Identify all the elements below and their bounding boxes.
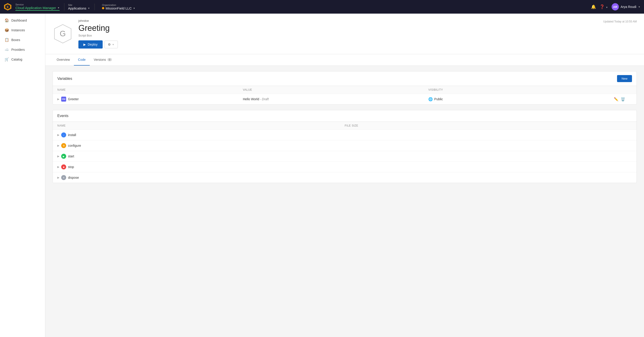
sidebar: 🏠 Dashboard 📦 Instances 📋 Boxes ☁️ Provi… [0,14,45,337]
col-visibility: Visibility [428,88,614,91]
svg-text:G: G [60,29,66,38]
event-row-dispose: ▶ ✕ dispose [53,172,636,183]
variables-table-header: Name Value Visibility [53,86,636,94]
delete-icon[interactable]: 🗑️ [621,97,625,101]
app-header: G johndoe Greeting Script Box ▶ Deploy ⚙… [45,14,644,54]
configure-expand-icon[interactable]: ▶ [57,144,59,147]
providers-icon: ☁️ [4,47,9,52]
sidebar-item-dashboard[interactable]: 🏠 Dashboard [0,16,45,25]
variables-section: Variables New Name Value Visibility ▶ HW… [52,71,637,105]
sidebar-item-providers[interactable]: ☁️ Providers [0,45,45,55]
dashboard-icon: 🏠 [4,18,9,23]
table-row: ▶ HW Greeter Hello World · Draft 🌐 Publi… [53,94,636,104]
catalog-icon: 🛒 [4,57,9,62]
logo-icon: E [4,3,12,11]
install-expand-icon[interactable]: ▶ [57,133,59,137]
stop-expand-icon[interactable]: ▶ [57,165,59,169]
event-row-install: ▶ ↓ install [53,130,636,140]
sidebar-item-catalog[interactable]: 🛒 Catalog [0,55,45,64]
sidebar-item-instances[interactable]: 📦 Instances [0,25,45,35]
top-navigation: E Service Cloud Application Manager ▼ Si… [0,0,644,14]
deploy-play-icon: ▶ [84,43,86,46]
service-chevron-icon: ▼ [57,7,60,9]
app-updated-text: Updated Today at 10:55 AM [603,19,637,23]
main-content: G johndoe Greeting Script Box ▶ Deploy ⚙… [45,14,644,337]
expand-arrow-icon[interactable]: ▶ [57,98,59,101]
app-hex-icon: G [52,24,73,44]
avatar: AR [612,3,619,11]
globe-icon: 🌐 [428,97,433,101]
col-name: Name [57,88,243,91]
sidebar-label-dashboard: Dashboard [11,19,27,22]
nav-right-section: 🔔 ❓ ▼ AR Arya Roudi ▼ [591,3,640,11]
site-chevron-icon: ▼ [88,7,90,10]
user-name: Arya Roudi [621,5,636,9]
org-title[interactable]: MissionField LLC ▼ [102,6,135,10]
help-chevron-icon: ▼ [606,6,608,9]
app-info: johndoe Greeting Script Box ▶ Deploy ⚙ ▼ [78,19,598,49]
site-label: Site [68,4,90,6]
org-chevron-icon: ▼ [133,7,135,10]
events-header: Events [53,110,636,122]
sidebar-label-boxes: Boxes [11,38,20,42]
tabs-bar: Overview Code Versions 0 [45,54,644,66]
app-layout: 🏠 Dashboard 📦 Instances 📋 Boxes ☁️ Provi… [0,14,644,337]
row-actions: ✏️ 🗑️ [614,97,632,101]
stop-icon: ■ [61,164,66,169]
event-name-dispose: ▶ ✕ dispose [57,175,345,180]
variables-header: Variables New [53,72,636,86]
org-nav-section: Organization MissionField LLC ▼ [98,4,135,10]
app-owner: johndoe [78,19,598,23]
events-table-header: Name File Size [53,122,636,130]
instances-icon: 📦 [4,28,9,32]
gear-icon: ⚙ [108,43,111,46]
configure-icon: ⚙ [61,143,66,148]
logo[interactable]: E [4,3,12,11]
event-row-stop: ▶ ■ stop [53,162,636,172]
user-menu[interactable]: AR Arya Roudi ▼ [612,3,640,11]
new-variable-button[interactable]: New [617,75,632,82]
start-icon: ▶ [61,154,66,159]
variables-title: Variables [57,77,72,81]
event-name-start: ▶ ▶ start [57,154,345,159]
event-name-stop: ▶ ■ stop [57,164,345,169]
sidebar-label-instances: Instances [11,28,25,32]
org-label: Organization [102,4,135,6]
content-body: Variables New Name Value Visibility ▶ HW… [45,66,644,188]
visibility-label: Public [434,97,443,101]
events-title: Events [57,114,68,118]
tab-versions[interactable]: Versions 0 [90,54,116,66]
app-actions: ▶ Deploy ⚙ ▼ [78,40,598,49]
sidebar-item-boxes[interactable]: 📋 Boxes [0,35,45,45]
draft-label: Draft [262,97,268,101]
settings-chevron-icon: ▼ [112,43,114,46]
dispose-icon: ✕ [61,175,66,180]
events-col-name: Name [57,124,345,127]
notifications-button[interactable]: 🔔 [591,4,596,9]
service-label: Service [16,3,60,6]
settings-button[interactable]: ⚙ ▼ [104,41,118,48]
site-nav-section: Site Applications ▼ [68,4,95,10]
dispose-expand-icon[interactable]: ▶ [57,176,59,179]
row-name-cell: ▶ HW Greeter [57,97,243,102]
tab-overview[interactable]: Overview [52,54,74,66]
row-visibility-cell: 🌐 Public [428,97,614,101]
events-section: Events Name File Size ▶ ↓ install [52,110,637,183]
org-dot-icon [102,7,104,9]
event-row-configure: ▶ ⚙ configure [53,140,636,151]
col-actions [614,88,632,91]
start-expand-icon[interactable]: ▶ [57,155,59,158]
tab-code[interactable]: Code [74,54,90,66]
app-title: Greeting [78,23,598,33]
deploy-button[interactable]: ▶ Deploy [78,40,103,49]
events-col-filesize: File Size [345,124,632,127]
event-name-install: ▶ ↓ install [57,132,345,137]
event-row-start: ▶ ▶ start [53,151,636,162]
service-title[interactable]: Cloud Application Manager ▼ [16,6,60,11]
app-type: Script Box [78,34,598,37]
help-button[interactable]: ❓ ▼ [600,4,608,9]
site-title[interactable]: Applications ▼ [68,6,90,10]
row-avatar: HW [61,97,66,102]
sidebar-label-providers: Providers [11,48,25,52]
edit-icon[interactable]: ✏️ [614,97,618,101]
